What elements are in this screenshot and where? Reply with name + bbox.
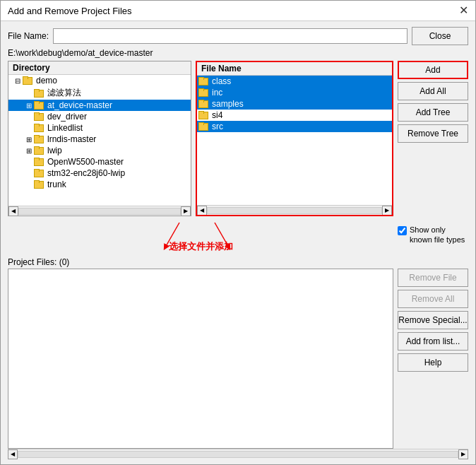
directory-panel: Directory ⊟ demo 滤波算法 [8,61,191,216]
folder-icon-lrndis [34,135,45,143]
project-hscrollbar[interactable]: ◀ ▶ [8,449,468,459]
show-known-types-row[interactable]: Show only known file types [398,225,468,245]
files-hscrollbar[interactable]: ◀ ▶ [197,205,392,215]
remove-file-button[interactable]: Remove File [398,269,468,287]
checkbox-area: Show only known file types [398,219,468,245]
close-window-button[interactable]: ✕ [459,5,468,16]
add-all-button[interactable]: Add All [398,82,468,100]
folder-icon-trunk [34,180,45,189]
add-tree-button[interactable]: Add Tree [398,103,468,122]
folder-icon-samples [198,100,210,108]
folder-icon-stm32 [34,169,45,177]
file-label-class: class [212,76,231,86]
panels-row: Directory ⊟ demo 滤波算法 [8,61,468,216]
tree-item-at-device[interactable]: ⊞ at_device-master [8,100,191,111]
current-path: E:\work\debug\demo/at_device-master [8,48,468,58]
annotation-text: 选择文件并添加 [169,240,233,253]
files-list[interactable]: class inc samples si4 [197,76,392,205]
folder-icon-at-device [34,101,45,110]
folder-icon-linkedlist [34,124,45,132]
folder-icon-inc [198,88,210,97]
folder-icon-dev-driver [34,112,45,121]
add-button[interactable]: Add [398,61,468,79]
title-bar: Add and Remove Project Files ✕ [1,1,475,21]
annotation-area: 选择文件并添加 [8,219,393,254]
tree-label-stm32: stm32-enc28j60-lwip [47,168,125,178]
show-known-types-checkbox[interactable] [398,226,407,235]
project-scrolltrack[interactable] [18,451,458,458]
tree-label-demo: demo [36,76,57,86]
tree-label-filterbf: 滤波算法 [47,87,81,99]
file-name-label: File Name: [8,31,49,41]
project-files-list[interactable] [8,269,393,449]
tree-item-demo[interactable]: ⊟ demo [8,75,191,86]
tree-item-dev-driver[interactable]: dev_driver [8,111,191,122]
files-panel-header: File Name [197,62,392,76]
file-name-input[interactable] [53,28,407,44]
files-panel: File Name class inc samples [196,61,393,216]
dir-scroll-right[interactable]: ▶ [181,206,191,216]
tree-label-trunk: trunk [47,179,66,189]
directory-panel-header: Directory [8,61,191,75]
file-item-src[interactable]: src [197,121,392,132]
tree-label-linkedlist: Linkedlist [47,123,83,133]
close-button[interactable]: Close [412,27,468,45]
tree-item-openw5500[interactable]: OpenW5500-master [8,156,191,167]
file-item-inc[interactable]: inc [197,87,392,98]
project-section: Project Files: (0) Remove File Remove Al… [8,257,468,459]
dir-hscrollbar[interactable]: ◀ ▶ [8,206,191,216]
dialog: Add and Remove Project Files ✕ File Name… [0,0,476,465]
remove-tree-button[interactable]: Remove Tree [398,124,468,143]
file-label-inc: inc [212,88,222,98]
file-label-samples: samples [212,99,244,109]
toggle-demo[interactable]: ⊟ [13,77,23,85]
files-scrolltrack[interactable] [207,207,382,214]
remove-all-button[interactable]: Remove All [398,290,468,308]
project-scroll-right[interactable]: ▶ [458,449,468,459]
project-side-buttons: Remove File Remove All Remove Special...… [398,269,468,449]
tree-item-trunk[interactable]: trunk [8,179,191,190]
tree-item-filterbf[interactable]: 滤波算法 [8,86,191,100]
folder-icon-filterbf [34,89,45,98]
tree-label-dev-driver: dev_driver [47,112,87,122]
dialog-body: File Name: Close E:\work\debug\demo/at_d… [1,21,475,464]
folder-icon-si4 [198,111,210,119]
files-scroll-right[interactable]: ▶ [382,206,392,216]
side-buttons: Add Add All Add Tree Remove Tree [398,61,468,216]
folder-icon-openw5500 [34,158,45,166]
tree-label-at-device: at_device-master [47,100,112,110]
project-scroll-left[interactable]: ◀ [8,449,18,459]
help-button[interactable]: Help [398,353,468,372]
file-item-samples[interactable]: samples [197,98,392,110]
toggle-lrndis[interactable]: ⊞ [24,136,34,143]
tree-item-lwip[interactable]: ⊞ lwip [8,145,191,156]
folder-icon-class [198,77,210,86]
tree-label-lwip: lwip [47,146,62,155]
project-files-label: Project Files: (0) [8,257,468,267]
file-item-class[interactable]: class [197,76,392,87]
tree-label-lrndis: lrndis-master [47,134,96,144]
folder-icon-demo [23,76,34,85]
directory-tree[interactable]: ⊟ demo 滤波算法 ⊞ [8,75,191,206]
tree-item-stm32[interactable]: stm32-enc28j60-lwip [8,167,191,179]
toggle-at-device[interactable]: ⊞ [24,102,34,110]
folder-icon-src [198,122,210,131]
project-panels-row: Remove File Remove All Remove Special...… [8,269,468,449]
file-item-si4[interactable]: si4 [197,110,392,121]
files-scroll-left[interactable]: ◀ [197,206,207,216]
dir-scroll-left[interactable]: ◀ [8,206,18,216]
file-label-src: src [212,122,223,131]
folder-icon-lwip [34,146,45,155]
add-from-list-button[interactable]: Add from list... [398,332,468,351]
dir-scrolltrack[interactable] [18,208,181,215]
file-label-si4: si4 [212,110,222,120]
tree-item-linkedlist[interactable]: Linkedlist [8,122,191,134]
dialog-title: Add and Remove Project Files [8,6,132,16]
tree-item-lrndis[interactable]: ⊞ lrndis-master [8,134,191,145]
toggle-lwip[interactable]: ⊞ [24,147,34,155]
tree-label-openw5500: OpenW5500-master [47,157,124,167]
file-name-row: File Name: Close [8,27,468,45]
show-known-types-label: Show only known file types [410,225,468,245]
remove-special-button[interactable]: Remove Special... [398,311,468,329]
